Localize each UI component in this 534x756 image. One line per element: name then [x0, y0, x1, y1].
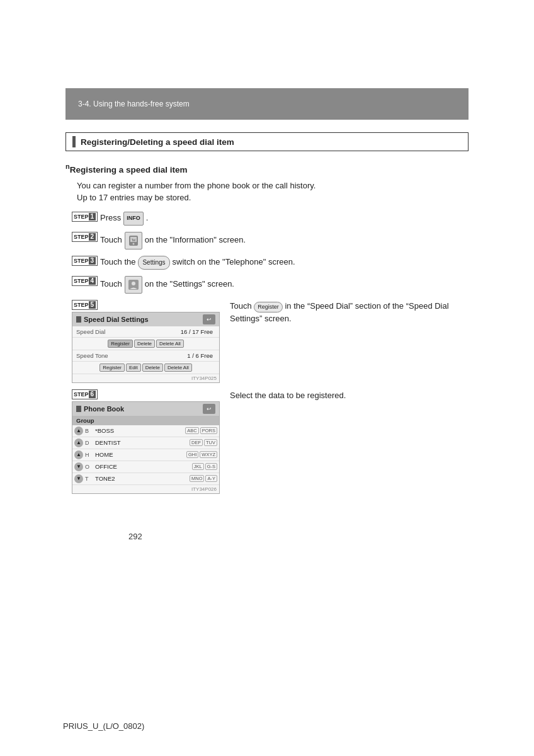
register-btn-2[interactable]: Register — [99, 364, 125, 372]
subsection-title: Registering a speed dial item — [70, 165, 188, 175]
step-3-text-switch: switch on the "Telephone" screen. — [173, 256, 295, 269]
screen-title-icon — [76, 316, 81, 323]
step-3-row: STEP 3 Touch the Settings switch on the … — [72, 256, 469, 270]
step-4-text-touch: Touch — [100, 278, 122, 291]
step-5-badge: STEP 5 — [72, 300, 98, 310]
settings-screen-button: Settings — [138, 256, 169, 270]
doc-footer: PRIUS_U_(L/O_0802) — [63, 721, 144, 731]
header-subtitle: 3-4. Using the hands-free system — [78, 100, 190, 108]
step-6-badge: STEP 6 — [72, 389, 98, 399]
pb-back-button[interactable]: ↩ — [203, 404, 215, 414]
telephone-icon: Tel — [125, 232, 142, 249]
screen-header: Speed Dial Settings ↩ — [72, 312, 219, 326]
register-badge-inline: Register — [254, 302, 283, 313]
header-bar: 3-4. Using the hands-free system — [65, 88, 469, 120]
tour-icon — [125, 276, 142, 294]
step-1-text-period: . — [146, 212, 149, 225]
description-line2: Up to 17 entries may be stored. — [77, 192, 469, 204]
step-6-screen-area: STEP 6 Phone Book ↩ Group ▲ — [72, 389, 220, 494]
pb-nav-up-2[interactable]: ▲ — [74, 438, 83, 447]
screen-image-id-6: ITY34P026 — [72, 485, 219, 493]
step-2-badge: STEP 2 — [72, 232, 98, 242]
svg-point-5 — [132, 282, 135, 285]
n-prefix: n — [65, 163, 70, 170]
step-4-text-settings: on the "Settings" screen. — [145, 278, 234, 291]
description: You can register a number from the phone… — [77, 180, 469, 204]
delete-btn-2[interactable]: Delete — [142, 364, 163, 372]
pb-entry-1: ▲ B *BOSS ABC PORS — [72, 425, 219, 437]
step-2-row: STEP 2 Touch Tel on the "Information" sc… — [72, 232, 469, 249]
pb-entry-4: ▼ O OFFICE JKL G-S — [72, 461, 219, 473]
step-1-content: Press INFO . — [100, 212, 148, 226]
step-6-container: STEP 6 Phone Book ↩ Group ▲ — [72, 389, 469, 494]
speed-dial-settings-screen: Speed Dial Settings ↩ Speed Dial 16 / 17… — [72, 312, 220, 383]
step-1-text-press: Press — [100, 212, 121, 225]
back-button[interactable]: ↩ — [203, 314, 215, 324]
pb-tags-2: DEF TUV — [190, 439, 219, 446]
pb-tags-1: ABC PORS — [185, 427, 219, 434]
pb-entry-3: ▲ H HOME GHI WXYZ — [72, 449, 219, 461]
step-3-content: Touch the Settings switch on the "Teleph… — [100, 256, 295, 270]
step-4-row: STEP 4 Touch on the "Settings" screen. — [72, 276, 469, 294]
pb-entry-5: ▼ T TONE2 MNO A-Y — [72, 473, 219, 485]
page-number: 292 — [128, 532, 142, 541]
step-1-row: STEP 1 Press INFO . — [72, 212, 469, 226]
step-6-right-text: Select the data to be registered. — [230, 389, 469, 402]
speed-tone-row: Speed Tone 1 / 6 Free — [72, 350, 219, 362]
group-header: Group — [72, 416, 219, 425]
step-1-badge: STEP 1 — [72, 212, 98, 222]
description-line1: You can register a number from the phone… — [77, 180, 469, 192]
step-3-text-touch: Touch the — [100, 256, 135, 269]
subsection-heading: nRegistering a speed dial item — [65, 163, 469, 175]
step-2-content: Touch Tel on the "Information" screen. — [100, 232, 246, 249]
pb-nav-up-4[interactable]: ▼ — [74, 462, 83, 471]
page-footer: 292 — [65, 532, 469, 541]
speed-dial-buttons-row: Register Delete Delete All — [72, 338, 219, 350]
pb-screen-title-icon — [76, 406, 81, 412]
step-5-container: STEP 5 Speed Dial Settings ↩ Speed Dial … — [72, 300, 469, 383]
accent-bar — [72, 136, 76, 147]
speed-dial-buttons: Register Delete Delete All — [108, 340, 184, 348]
pb-screen-title: Phone Book — [76, 405, 124, 413]
step-4-badge: STEP 4 — [72, 276, 98, 286]
pb-tags-4: JKL G-S — [192, 463, 219, 470]
main-content: Registering/Deleting a speed dial item n… — [65, 132, 469, 541]
delete-all-btn-2[interactable]: Delete All — [164, 364, 192, 372]
screen-image-id-5: ITY34P025 — [72, 374, 219, 382]
step-5-screen-area: STEP 5 Speed Dial Settings ↩ Speed Dial … — [72, 300, 220, 383]
info-button-icon: INFO — [123, 212, 144, 226]
pb-entry-2: ▲ D DENTIST DEF TUV — [72, 437, 219, 449]
step-2-text-touch: Touch — [100, 234, 122, 247]
speed-tone-buttons: Register Edit Delete Delete All — [99, 364, 192, 372]
svg-text:Tel: Tel — [132, 238, 135, 242]
speed-dial-row: Speed Dial 16 / 17 Free — [72, 326, 219, 338]
register-btn-1[interactable]: Register — [108, 340, 133, 348]
pb-nav-up-1[interactable]: ▲ — [74, 427, 83, 435]
section-title-box: Registering/Deleting a speed dial item — [65, 132, 469, 151]
pb-nav-up-3[interactable]: ▲ — [74, 450, 83, 459]
step-3-badge: STEP 3 — [72, 256, 98, 266]
pb-screen-header: Phone Book ↩ — [72, 402, 219, 416]
pb-nav-up-5[interactable]: ▼ — [74, 474, 83, 483]
section-title: Registering/Deleting a speed dial item — [81, 137, 234, 147]
svg-point-2 — [132, 243, 134, 244]
step-4-content: Touch on the "Settings" screen. — [100, 276, 234, 294]
screen-title: Speed Dial Settings — [76, 316, 149, 323]
edit-btn[interactable]: Edit — [126, 364, 141, 372]
pb-tags-3: GHI WXYZ — [186, 451, 219, 458]
pb-tags-5: MNO A-Y — [190, 475, 219, 482]
speed-tone-buttons-row: Register Edit Delete Delete All — [72, 362, 219, 374]
step-5-right-text: Touch Register in the “Speed Dial” secti… — [230, 300, 469, 325]
step-2-text-info: on the "Information" screen. — [145, 234, 246, 247]
doc-id: PRIUS_U_(L/O_0802) — [63, 721, 144, 731]
phone-book-screen: Phone Book ↩ Group ▲ B *BOSS ABC PORS — [72, 401, 220, 494]
delete-btn-1[interactable]: Delete — [134, 340, 155, 348]
delete-all-btn-1[interactable]: Delete All — [156, 340, 184, 348]
